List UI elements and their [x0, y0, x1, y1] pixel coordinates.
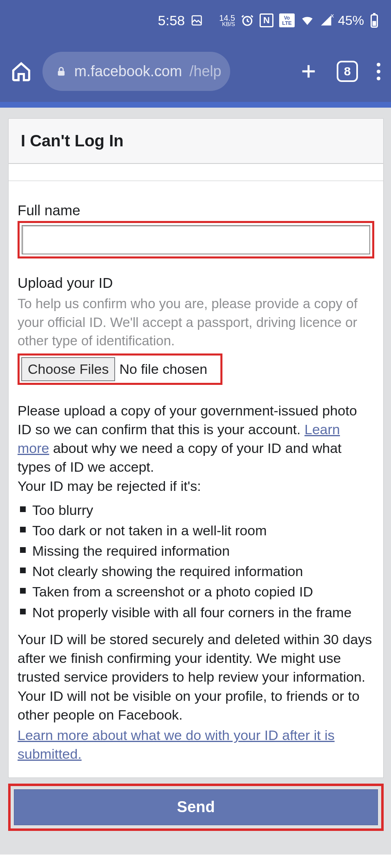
instr-post: about why we need a copy of your ID and …: [18, 440, 342, 475]
list-item: Not properly visible with all four corne…: [18, 603, 374, 622]
upload-id-help: To help us confirm who you are, please p…: [18, 294, 374, 350]
choose-files-button[interactable]: Choose Files: [21, 357, 115, 381]
url-path: /help: [189, 63, 221, 80]
facebook-top-stripe: [0, 102, 391, 108]
list-item: Too blurry: [18, 501, 374, 519]
tab-switcher[interactable]: 8: [337, 61, 358, 82]
list-item: Taken from a screenshot or a photo copie…: [18, 582, 374, 601]
rejection-list: Too blurry Too dark or not taken in a we…: [18, 501, 374, 622]
signal-icon: x: [320, 14, 332, 27]
alarm-icon: [241, 14, 254, 27]
battery-icon: [370, 13, 379, 28]
send-button[interactable]: Send: [14, 789, 378, 825]
address-bar[interactable]: m.facebook.com/help: [42, 52, 230, 91]
related-heading-cut: [0, 841, 391, 855]
list-item: Too dark or not taken in a well-lit room: [18, 521, 374, 540]
rejection-heading: Your ID may be rejected if it's:: [18, 478, 374, 494]
upload-instructions: Please upload a copy of your government-…: [18, 401, 374, 477]
send-highlight: Send: [8, 784, 384, 831]
overflow-menu-icon[interactable]: [377, 63, 380, 80]
screenshot-icon: [191, 14, 203, 27]
page-title: I Can't Log In: [9, 119, 383, 163]
spacer: [8, 164, 384, 181]
full-name-highlight: [18, 221, 374, 258]
browser-toolbar: m.facebook.com/help 8: [0, 41, 391, 102]
url-host: m.facebook.com: [74, 63, 182, 80]
android-status-bar: 5:58 14.5 KB/S N VoLTE x 45%: [0, 0, 391, 41]
nfc-icon: N: [260, 13, 273, 27]
page-header-panel: I Can't Log In: [8, 118, 384, 164]
learn-more-id-link[interactable]: Learn more about what we do with your ID…: [18, 726, 374, 763]
full-name-label: Full name: [18, 202, 374, 219]
svg-rect-4: [373, 21, 376, 26]
file-upload-highlight: Choose Files No file chosen: [18, 353, 222, 385]
android-nav-bar: [0, 855, 391, 868]
data-speed-indicator: 14.5 KB/S: [219, 14, 235, 27]
file-status: No file chosen: [119, 361, 207, 377]
new-tab-icon[interactable]: [299, 62, 318, 81]
upload-id-label: Upload your ID: [18, 275, 374, 291]
wifi-icon: [300, 13, 314, 27]
list-item: Missing the required information: [18, 541, 374, 560]
lock-icon: [56, 66, 67, 77]
home-icon[interactable]: [11, 61, 32, 82]
status-time: 5:58: [158, 13, 185, 29]
storage-notice: Your ID will be stored securely and dele…: [18, 630, 374, 724]
svg-rect-5: [58, 71, 64, 76]
full-name-input[interactable]: [22, 225, 370, 254]
help-form: Full name Upload your ID To help us conf…: [8, 181, 384, 778]
battery-percent: 45%: [338, 13, 364, 28]
svg-rect-3: [373, 13, 375, 15]
list-item: Not clearly showing the required informa…: [18, 562, 374, 581]
volte-icon: VoLTE: [279, 13, 295, 27]
